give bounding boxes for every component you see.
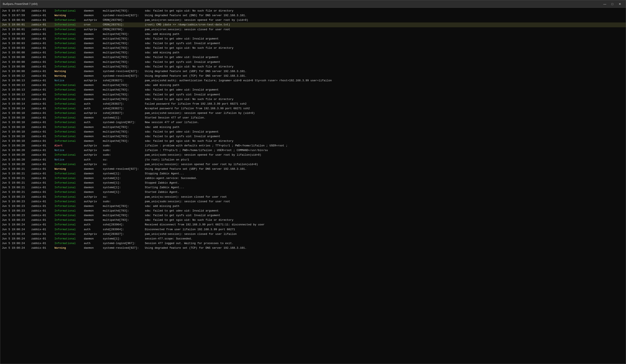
log-date: Jun 5 19:08:21 (2, 172, 31, 176)
log-host: zabbix-01 (31, 176, 54, 181)
log-source: multipathd[783]: (103, 139, 145, 143)
log-row: Jun 5 19:08:24zabbix-01Informationalauth… (0, 222, 626, 227)
log-severity: Informational (54, 51, 84, 55)
log-row: Jun 5 19:08:08zabbix-01Informationaldaem… (0, 60, 626, 65)
log-source: systemd[1]: (103, 181, 145, 185)
log-facility: daemon (84, 32, 103, 36)
log-row: Jun 5 19:08:20zabbix-01Noticeauthprivsud… (0, 148, 626, 153)
log-message: pam_unix(sshd:session): session opened f… (145, 111, 255, 115)
log-row: Jun 5 19:08:08zabbix-01Informationaldaem… (0, 50, 626, 55)
log-facility: daemon (84, 13, 103, 18)
log-host: zabbix-01 (31, 195, 54, 199)
log-source: su: (103, 195, 145, 199)
log-date: Jun 5 19:08:14 (2, 107, 31, 111)
log-date: Jun 5 19:08:18 (2, 139, 31, 143)
log-host: zabbix-01 (31, 18, 54, 22)
log-facility: auth (84, 241, 103, 246)
log-message: pam_unix(su:session): session closed for… (145, 195, 227, 199)
log-severity: Informational (54, 102, 84, 106)
log-facility: daemon (84, 204, 103, 208)
log-source: multipathd[783]: (103, 97, 145, 102)
log-host: zabbix-01 (31, 83, 54, 87)
log-severity: Informational (54, 9, 84, 13)
log-message: Started Session 477 of user lifailon. (145, 116, 206, 120)
log-message: (to root) lifailon on pts/1 (145, 158, 189, 162)
log-row: Jun 5 19:08:13zabbix-01Informationaldaem… (0, 88, 626, 92)
log-facility: daemon (84, 190, 103, 194)
log-severity: Informational (54, 65, 84, 69)
log-source: systemd-resolved[927]: (103, 167, 145, 171)
log-severity: Informational (54, 116, 84, 120)
log-host: zabbix-01 (31, 153, 54, 157)
log-severity: Informational (54, 83, 84, 87)
log-date: Jun 5 19:08:24 (2, 241, 31, 246)
log-row: Jun 5 19:08:13zabbix-01Noticeauthprivssh… (0, 78, 626, 83)
log-message: pam_unix(cron:session): session opened f… (145, 18, 248, 22)
log-facility: daemon (84, 37, 103, 41)
log-source: multipathd[783]: (103, 41, 145, 46)
log-facility: authpriv (84, 162, 103, 167)
maximize-button[interactable]: □ (609, 1, 616, 7)
log-host: zabbix-01 (31, 120, 54, 125)
log-host: zabbix-01 (31, 32, 54, 36)
log-host: zabbix-01 (31, 162, 54, 167)
log-severity: Informational (54, 134, 84, 139)
log-message: sda: failed to get udev uid: Invalid arg… (145, 55, 219, 59)
log-facility: daemon (84, 246, 103, 250)
log-row: Jun 5 19:08:18zabbix-01Informationalauth… (0, 111, 626, 115)
log-message: Using degraded feature set (UDP) for DNS… (145, 69, 247, 73)
log-severity: Informational (54, 107, 84, 111)
log-source: systemd-resolved[927]: (103, 74, 145, 78)
minimize-button[interactable]: — (601, 1, 608, 7)
log-row: Jun 5 19:08:08zabbix-01Informationaldaem… (0, 65, 626, 69)
log-date: Jun 5 19:08:23 (2, 200, 31, 204)
log-severity: Informational (54, 153, 84, 157)
log-host: zabbix-01 (31, 74, 54, 78)
log-severity: Informational (54, 181, 84, 185)
log-facility: daemon (84, 237, 103, 241)
log-severity: Informational (54, 111, 84, 115)
log-date: Jun 5 19:08:20 (2, 144, 31, 148)
log-source: sshd[283827]: (103, 107, 145, 111)
log-source: multipathd[783]: (103, 218, 145, 222)
log-date: Jun 5 19:08:20 (2, 148, 31, 152)
log-row: Jun 5 19:08:01zabbix-01Informationalauth… (0, 27, 626, 32)
log-row: Jun 5 19:08:24zabbix-01Informationalauth… (0, 241, 626, 246)
log-severity: Informational (54, 162, 84, 167)
log-facility: daemon (84, 88, 103, 92)
log-message: Accepted password for lifailon from 192.… (145, 107, 250, 111)
log-row: Jun 5 19:08:24zabbix-01Informationalauth… (0, 232, 626, 237)
log-message: sda: add missing path (145, 125, 179, 129)
log-host: zabbix-01 (31, 232, 54, 236)
log-source: multipathd[783]: (103, 204, 145, 208)
log-facility: daemon (84, 9, 103, 13)
log-message: (root) CMD (date >> /dump/zabbix/cron-te… (145, 23, 230, 27)
log-facility: auth (84, 227, 103, 232)
log-message: lifailon : problem with defaults entries… (145, 144, 288, 148)
log-row: Jun 5 19:08:03zabbix-01Informationaldaem… (0, 41, 626, 46)
log-facility: daemon (84, 46, 103, 50)
log-facility: authpriv (84, 111, 103, 115)
log-source: multipathd[783]: (103, 55, 145, 59)
log-message: session-477.scope: Succeeded. (145, 237, 192, 241)
log-row: Jun 5 19:08:18zabbix-01Informationalauth… (0, 120, 626, 125)
log-row: Jun 5 19:08:18zabbix-01Informationaldaem… (0, 115, 626, 120)
log-row: Jun 5 19:08:12zabbix-01Warningdaemonsyst… (0, 74, 626, 78)
log-host: zabbix-01 (31, 28, 54, 32)
close-button[interactable]: ✕ (617, 1, 623, 7)
log-row: Jun 5 19:08:23zabbix-01Informationaldaem… (0, 209, 626, 213)
log-source: multipathd[783]: (103, 46, 145, 50)
log-severity: Notice (54, 78, 84, 83)
log-facility: authpriv (84, 28, 103, 32)
log-source: multipathd[783]: (103, 209, 145, 213)
log-date: Jun 5 19:08:24 (2, 237, 31, 241)
log-facility: daemon (84, 130, 103, 134)
log-host: zabbix-01 (31, 116, 54, 120)
log-row: Jun 5 19:08:24zabbix-01Warningdaemonsyst… (0, 246, 626, 250)
log-source: sudo: (103, 200, 145, 204)
log-source: systemd-resolved[927]: (103, 69, 145, 73)
log-source: systemd[1]: (103, 172, 145, 176)
log-row: Jun 5 19:08:23zabbix-01Informationalauth… (0, 195, 626, 199)
log-source: sshd[283827]: (103, 111, 145, 115)
log-row: Jun 5 19:08:23zabbix-01Informationaldaem… (0, 213, 626, 218)
